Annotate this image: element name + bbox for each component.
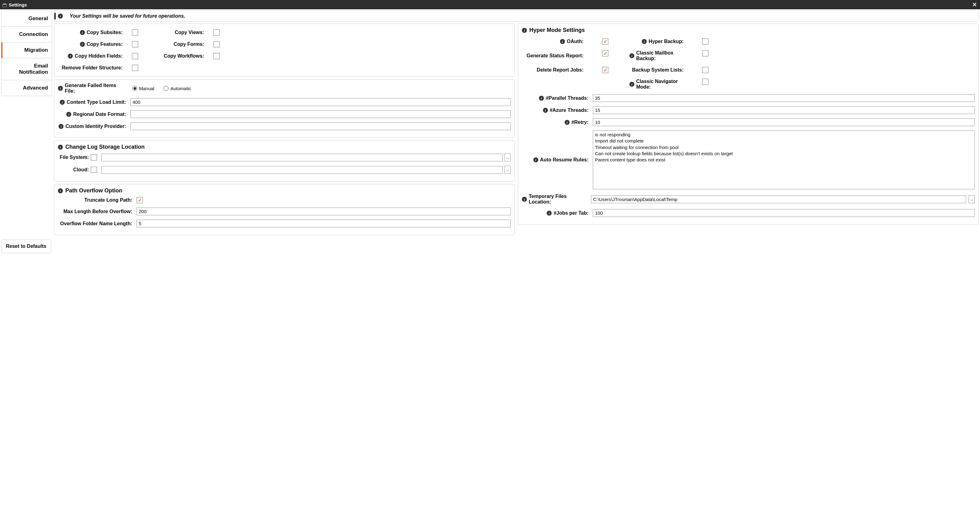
- info-icon: i: [560, 39, 565, 44]
- regional-date-input[interactable]: [130, 110, 511, 118]
- mailbox-backup-label: Classic Mailbox Backup:: [636, 50, 684, 61]
- info-icon: i: [547, 211, 552, 216]
- changelog-panel: iChange Log Storage Location File System…: [54, 140, 515, 182]
- retry-label: #Retry:: [571, 120, 589, 125]
- azure-threads-input[interactable]: [593, 106, 975, 114]
- azure-threads-label: #Azure Threads:: [550, 107, 589, 113]
- tab-general[interactable]: General: [1, 11, 52, 27]
- backup-syslists-label: Backup System Lists:: [632, 67, 684, 73]
- window-title: Settings: [9, 2, 27, 8]
- info-icon: i: [629, 82, 634, 87]
- delete-report-checkbox[interactable]: [602, 67, 608, 73]
- content-type-limit-input[interactable]: [130, 98, 511, 106]
- remove-folder-label: Remove Folder Structure:: [62, 65, 123, 71]
- cloud-checkbox[interactable]: [91, 167, 97, 173]
- info-icon: i: [58, 86, 63, 91]
- mailbox-backup-checkbox[interactable]: [702, 50, 708, 56]
- copy-forms-label: Copy Forms:: [173, 41, 204, 47]
- copy-hidden-checkbox[interactable]: [132, 53, 138, 59]
- cloud-label: Cloud:: [73, 167, 89, 172]
- temp-files-label: Temporary Files Location:: [529, 194, 589, 205]
- overflow-folder-label: Overflow Folder Name Length:: [60, 221, 132, 226]
- radio-icon: [132, 86, 137, 91]
- info-icon: i: [80, 42, 85, 47]
- tab-connection[interactable]: Connection: [1, 26, 52, 43]
- info-icon: i: [80, 30, 85, 35]
- info-icon: i: [565, 120, 570, 125]
- info-icon: i: [68, 54, 73, 59]
- truncate-checkbox[interactable]: [137, 197, 143, 203]
- copy-subsites-label: Copy Subsites:: [87, 30, 123, 35]
- filesystem-browse-button[interactable]: ...: [504, 153, 511, 161]
- hyper-title: Hyper Mode Settings: [529, 27, 585, 33]
- copy-options-panel: iCopy Subsites: Copy Views: iCopy Featur…: [54, 24, 515, 77]
- filesystem-path-input[interactable]: [101, 154, 503, 161]
- oauth-checkbox[interactable]: [602, 38, 608, 45]
- oauth-label: OAuth:: [567, 39, 584, 44]
- jobs-per-tab-label: #Jobs per Tab:: [554, 210, 589, 216]
- filesystem-label: File System:: [60, 155, 89, 160]
- info-icon: i: [543, 108, 548, 113]
- copy-hidden-label: Copy Hidden Fields:: [75, 53, 123, 59]
- backup-syslists-checkbox[interactable]: [702, 67, 708, 73]
- jobs-per-tab-input[interactable]: [593, 209, 975, 217]
- close-icon[interactable]: ✕: [972, 1, 977, 8]
- copy-features-label: Copy Features:: [87, 41, 123, 47]
- path-overflow-panel: iPath Overflow Option Truncate Long Path…: [54, 184, 515, 235]
- custom-idp-input[interactable]: [130, 123, 511, 130]
- info-icon: i: [60, 100, 65, 105]
- info-icon: i: [522, 28, 527, 33]
- remove-folder-checkbox[interactable]: [132, 65, 138, 71]
- filesystem-checkbox[interactable]: [91, 154, 97, 161]
- copy-views-checkbox[interactable]: [213, 29, 220, 36]
- titlebar: Settings ✕: [0, 0, 980, 9]
- app-icon: [3, 3, 7, 6]
- nav-mode-label: Classic Navigator Mode:: [636, 79, 684, 90]
- copy-workflows-checkbox[interactable]: [213, 53, 220, 59]
- auto-resume-rules-input[interactable]: [593, 131, 975, 189]
- nav-mode-checkbox[interactable]: [702, 79, 708, 85]
- sidebar: General Connection Migration Email Notif…: [1, 11, 52, 235]
- radio-automatic[interactable]: Automatic: [164, 86, 191, 91]
- radio-icon: [164, 86, 169, 91]
- reset-to-defaults-button[interactable]: Reset to Defaults: [1, 239, 51, 253]
- svg-rect-0: [3, 4, 7, 7]
- info-icon: i: [629, 53, 634, 58]
- copy-features-checkbox[interactable]: [132, 41, 138, 48]
- parallel-threads-label: #Parallel Threads:: [546, 96, 589, 101]
- changelog-title: Change Log Storage Location: [65, 144, 145, 150]
- max-length-label: Max Length Before Overflow:: [64, 209, 132, 214]
- truncate-label: Truncate Long Path:: [84, 198, 132, 203]
- delete-report-label: Delete Report Jobs:: [537, 67, 584, 73]
- status-report-checkbox[interactable]: [602, 50, 608, 56]
- svg-rect-1: [4, 3, 6, 4]
- tab-email-notification[interactable]: Email Notification: [1, 58, 52, 80]
- temp-files-input[interactable]: [591, 196, 966, 203]
- info-banner: i Your Settings will be saved for future…: [54, 11, 979, 22]
- overflow-folder-input[interactable]: [137, 220, 511, 227]
- copy-subsites-checkbox[interactable]: [132, 29, 138, 36]
- tab-advanced[interactable]: Advanced: [1, 80, 52, 96]
- info-icon: i: [59, 124, 64, 129]
- cloud-path-input[interactable]: [101, 166, 503, 174]
- info-icon: i: [539, 96, 544, 101]
- hyper-backup-checkbox[interactable]: [702, 38, 708, 45]
- content-type-limit-label: Content Type Load Limit:: [67, 99, 126, 105]
- retry-input[interactable]: [593, 118, 975, 126]
- info-icon: i: [533, 158, 538, 163]
- banner-message: Your Settings will be saved for future o…: [70, 13, 185, 19]
- temp-files-browse-button[interactable]: ...: [969, 195, 975, 203]
- info-icon: i: [58, 14, 63, 19]
- hyper-mode-panel: iHyper Mode Settings iOAuth: iHyper Back…: [518, 24, 979, 225]
- copy-workflows-label: Copy Workflows:: [164, 53, 204, 59]
- generate-failed-label: Generate Failed Items File:: [65, 83, 126, 94]
- regional-date-label: Regional Date Format:: [73, 112, 126, 117]
- failed-items-panel: iGenerate Failed Items File: Manual Auto…: [54, 79, 515, 138]
- max-length-input[interactable]: [137, 207, 511, 215]
- info-icon: i: [642, 39, 647, 44]
- tab-migration[interactable]: Migration: [1, 42, 52, 58]
- copy-forms-checkbox[interactable]: [213, 41, 220, 48]
- radio-manual[interactable]: Manual: [132, 86, 154, 91]
- parallel-threads-input[interactable]: [593, 94, 975, 102]
- cloud-browse-button[interactable]: ...: [504, 166, 511, 174]
